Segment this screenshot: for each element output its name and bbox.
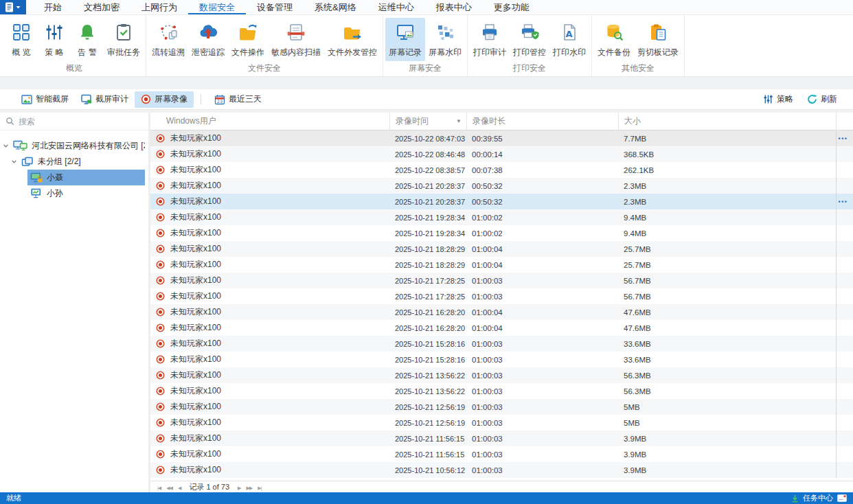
- pager-next-fast-button[interactable]: ▶▶: [243, 485, 255, 490]
- table-row[interactable]: 未知玩家x1002025-10-21 17:28:2501:00:0356.7M…: [150, 288, 853, 304]
- leak-track-button[interactable]: 泄密追踪: [188, 18, 228, 61]
- print-audit-button[interactable]: 打印审计: [470, 18, 510, 61]
- table-row[interactable]: 未知玩家x1002025-10-21 19:28:3401:00:029.4MB: [150, 209, 853, 225]
- policy-button[interactable]: 策 略: [38, 18, 71, 61]
- pager-first-button[interactable]: |◀: [155, 485, 163, 490]
- capture-audit-button[interactable]: 截屏审计: [75, 91, 135, 108]
- pager-prev-button[interactable]: ◀: [175, 485, 183, 490]
- cell-windows-user: 未知玩家x100: [150, 433, 389, 444]
- overview-button[interactable]: 概 览: [5, 18, 38, 61]
- cell-duration: 01:00:04: [466, 245, 618, 253]
- menu-tab-data-security[interactable]: 数据安全: [188, 0, 246, 14]
- folder-return-icon: [238, 23, 258, 42]
- windows-user-name: 未知玩家x100: [170, 448, 221, 460]
- menu-tab-device-mgmt[interactable]: 设备管理: [246, 0, 304, 14]
- approval-tasks-button[interactable]: 审批任务: [104, 18, 144, 61]
- cell-size: 33.6MB: [618, 340, 836, 348]
- cell-record-time: 2025-10-21 18:28:29: [389, 245, 466, 253]
- alert-button[interactable]: 告 警: [71, 18, 104, 61]
- screen-video-button[interactable]: 屏幕录像: [135, 91, 194, 108]
- tree-item[interactable]: 未分组 [2/2]: [0, 154, 148, 170]
- recording-table: Windows用户录像时间▼录像时长大小 未知玩家x1002025-10-22 …: [150, 113, 853, 492]
- ribbon-group-label: 其他安全: [594, 62, 682, 76]
- strategy-button[interactable]: 策略: [757, 91, 799, 108]
- task-center-button[interactable]: 任务中心: [803, 493, 833, 503]
- file-outgoing-button[interactable]: 文件外发管控: [324, 18, 380, 61]
- cell-windows-user: 未知玩家x100: [150, 385, 389, 397]
- tree-item-label: 小聂: [47, 172, 63, 183]
- table-row[interactable]: 未知玩家x1002025-10-22 08:47:0300:39:557.7MB…: [150, 130, 853, 146]
- table-row[interactable]: 未知玩家x1002025-10-21 18:28:2901:00:0425.7M…: [150, 241, 853, 257]
- record-row-icon: [156, 292, 165, 301]
- clipboard-record-button[interactable]: 剪切板记录: [634, 18, 682, 61]
- last-three-days-button[interactable]: 23最近三天: [208, 91, 268, 108]
- cell-windows-user: 未知玩家x100: [150, 401, 389, 413]
- cell-size: 2.3MB: [618, 182, 836, 190]
- cell-record-time: 2025-10-21 15:28:16: [389, 356, 466, 364]
- screen-watermark-button[interactable]: 屏幕水印: [425, 18, 465, 61]
- table-row[interactable]: 未知玩家x1002025-10-21 11:56:1501:00:033.9MB: [150, 431, 853, 446]
- sensitive-scan-button[interactable]: 敏感内容扫描: [268, 18, 324, 61]
- file-ops-button[interactable]: 文件操作: [228, 18, 268, 61]
- menu-tab-report-center[interactable]: 报表中心: [425, 0, 483, 14]
- menu-tab-system-network[interactable]: 系统&网络: [304, 0, 367, 14]
- cell-duration: 01:00:02: [466, 214, 618, 222]
- column-header[interactable]: 大小: [618, 113, 836, 130]
- print-watermark-button[interactable]: A打印水印: [549, 18, 589, 61]
- column-header[interactable]: 录像时长: [466, 113, 618, 130]
- table-row[interactable]: 未知玩家x1002025-10-21 20:28:3700:50:322.3MB: [150, 178, 853, 194]
- table-row[interactable]: 未知玩家x1002025-10-21 20:28:3700:50:322.3MB…: [150, 194, 853, 209]
- windows-user-name: 未知玩家x100: [170, 464, 221, 476]
- table-row[interactable]: 未知玩家x1002025-10-21 15:28:1601:00:0333.6M…: [150, 336, 853, 352]
- chevron-down-icon[interactable]: [10, 159, 19, 165]
- table-row[interactable]: 未知玩家x1002025-10-21 12:56:1901:00:035MB: [150, 415, 853, 431]
- pager-last-button[interactable]: ▶|: [255, 485, 264, 490]
- table-row[interactable]: 未知玩家x1002025-10-21 16:28:2001:00:0447.6M…: [150, 304, 853, 320]
- tree-item[interactable]: 河北安国云网络科技有限公司 [2/2]: [0, 138, 148, 154]
- table-row[interactable]: 未知玩家x1002025-10-21 11:56:1501:00:033.9MB: [150, 446, 853, 462]
- toolbar-button-label: 截屏审计: [95, 93, 128, 105]
- column-header[interactable]: Windows用户: [150, 113, 389, 130]
- table-row[interactable]: 未知玩家x1002025-10-22 08:46:4800:00:14368.5…: [150, 146, 853, 162]
- table-row[interactable]: 未知玩家x1002025-10-21 19:28:3401:00:029.4MB: [150, 225, 853, 241]
- table-row[interactable]: 未知玩家x1002025-10-21 13:56:2201:00:0356.3M…: [150, 367, 853, 383]
- row-actions-button[interactable]: •••: [836, 130, 850, 146]
- menu-tab-doc-encrypt[interactable]: 文档加密: [73, 0, 130, 14]
- windows-user-name: 未知玩家x100: [170, 306, 221, 318]
- row-actions-button[interactable]: •••: [836, 194, 850, 209]
- menu-tab-ops-center[interactable]: 运维中心: [367, 0, 425, 14]
- ribbon-item-label: 泄密追踪: [192, 47, 225, 58]
- pager-next-button[interactable]: ▶: [235, 485, 243, 490]
- ribbon-item-label: 概 览: [12, 47, 30, 58]
- app-menu-button[interactable]: [0, 0, 26, 14]
- print-control-button[interactable]: 打印管控: [510, 18, 549, 61]
- menu-tab-web-behavior[interactable]: 上网行为: [130, 0, 188, 14]
- table-row[interactable]: 未知玩家x1002025-10-21 18:28:2901:00:0425.7M…: [150, 257, 853, 273]
- column-header[interactable]: 录像时间▼: [389, 113, 466, 130]
- menu-tab-start[interactable]: 开始: [33, 0, 73, 14]
- smart-capture-button[interactable]: 智能截屏: [15, 91, 75, 108]
- pager-prev-fast-button[interactable]: ◀◀: [163, 485, 175, 490]
- flow-trace-button[interactable]: 流转追溯: [148, 18, 188, 61]
- tree-item[interactable]: 小聂: [0, 170, 148, 185]
- printer-shield-icon: [520, 23, 539, 42]
- table-row[interactable]: 未知玩家x1002025-10-21 15:28:1601:00:0333.6M…: [150, 352, 853, 367]
- table-row[interactable]: 未知玩家x1002025-10-21 13:56:2201:00:0356.3M…: [150, 383, 853, 399]
- file-backup-button[interactable]: 文件备份: [594, 18, 634, 61]
- cell-duration: 01:00:04: [466, 308, 618, 317]
- screen-record-button[interactable]: 屏幕记录: [385, 18, 425, 61]
- table-row[interactable]: 未知玩家x1002025-10-21 16:28:2001:00:0447.6M…: [150, 320, 853, 336]
- cell-size: 5MB: [618, 419, 836, 427]
- table-row[interactable]: 未知玩家x1002025-10-22 08:38:5700:07:38262.1…: [150, 162, 853, 178]
- table-row[interactable]: 未知玩家x1002025-10-21 12:56:1901:00:035MB: [150, 399, 853, 415]
- table-row[interactable]: 未知玩家x1002025-10-21 10:56:1201:00:033.9MB: [150, 462, 853, 478]
- chevron-down-icon[interactable]: [1, 143, 10, 149]
- refresh-button[interactable]: 刷新: [801, 91, 843, 108]
- table-row[interactable]: 未知玩家x1002025-10-21 17:28:2501:00:0356.7M…: [150, 273, 853, 288]
- cell-duration: 01:00:03: [466, 356, 618, 364]
- message-icon[interactable]: [837, 494, 847, 502]
- menu-tab-more[interactable]: 更多功能: [483, 0, 541, 14]
- tree-item[interactable]: 小孙: [0, 185, 148, 201]
- row-actions-button: [836, 367, 850, 383]
- search-input[interactable]: [19, 117, 143, 126]
